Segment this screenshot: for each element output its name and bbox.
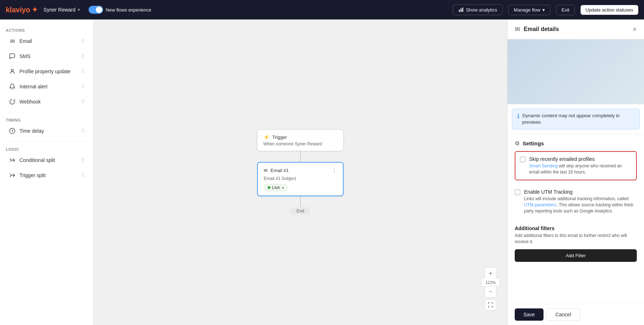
enable-utm-setting: Enable UTM Tracking Links will include a… — [515, 185, 637, 218]
email-node-icon: ✉ — [264, 168, 268, 173]
add-filter-label: Add Filter — [566, 253, 586, 258]
toggle-label: New flows experience — [106, 7, 151, 13]
drag-handle-alert[interactable]: ⠿ — [81, 84, 85, 89]
drag-handle-webhook[interactable]: ⠿ — [81, 99, 85, 105]
additional-filters-section: Additional filters Add additional filter… — [507, 225, 644, 249]
additional-filters-desc: Add additional filters to this email to … — [515, 233, 637, 245]
live-badge[interactable]: Live ▾ — [264, 184, 288, 191]
divider-logic — [6, 141, 88, 141]
settings-section: ⚙ Settings Skip recently emailed profile… — [507, 134, 644, 225]
timing-section-label: Timing — [0, 115, 93, 124]
new-flows-toggle[interactable] — [89, 6, 103, 14]
flow-canvas[interactable]: ⚡ Trigger When someone Syner Reward ✉ Em… — [94, 19, 507, 325]
logo-symbol: ✦ — [32, 5, 38, 14]
flow-name-label: Syner Reward — [44, 7, 76, 13]
live-label: Live — [272, 185, 280, 190]
skip-recently-desc: Smart Sending will skip anyone who recei… — [529, 163, 632, 175]
email-details-panel: ✉ Email details × ℹ Dynamic content may … — [507, 19, 644, 325]
sidebar-item-webhook[interactable]: Webhook ⠿ — [3, 95, 90, 109]
trigger-split-label: Trigger split — [19, 172, 46, 178]
sidebar-item-trigger-split[interactable]: Trigger split ⠿ — [3, 168, 90, 183]
zoom-in-button[interactable]: + — [485, 267, 496, 279]
zoom-out-button[interactable]: − — [485, 286, 496, 298]
top-nav: klaviyo✦ Syner Reward ▾ New flows experi… — [0, 0, 644, 19]
end-label: End — [296, 208, 304, 214]
trigger-desc: When someone Syner Reward — [263, 141, 337, 146]
divider-timing — [6, 112, 88, 112]
drag-handle-sms[interactable]: ⠿ — [81, 53, 85, 59]
sms-icon — [9, 53, 16, 60]
live-chevron-icon: ▾ — [282, 186, 284, 190]
conditional-split-label: Conditional split — [19, 157, 55, 163]
skip-recently-label: Skip recently emailed profiles — [529, 156, 632, 162]
utm-tracking-label: Enable UTM Tracking — [524, 189, 637, 195]
utm-tracking-desc: Links will include additional tracking i… — [524, 196, 637, 214]
trigger-node[interactable]: ⚡ Trigger When someone Syner Reward — [257, 129, 344, 151]
logic-section-label: Logic — [0, 144, 93, 153]
trigger-split-icon — [9, 172, 16, 179]
email-node[interactable]: ✉ Email #1 ⋮ Email #1 Subject Live ▾ — [257, 162, 344, 196]
utm-desc-prefix: Links will include additional tracking i… — [524, 196, 629, 201]
drag-handle-time-delay[interactable]: ⠿ — [81, 128, 85, 134]
zoom-fit-button[interactable] — [485, 299, 496, 311]
klaviyo-logo: klaviyo✦ — [6, 5, 38, 14]
live-dot — [268, 186, 270, 189]
new-flows-toggle-container: New flows experience — [89, 6, 151, 14]
logo-text: klaviyo — [6, 6, 30, 14]
profile-icon — [9, 68, 16, 75]
skip-recently-checkbox[interactable] — [520, 157, 526, 162]
show-analytics-button[interactable]: Show analytics — [453, 4, 503, 15]
email-label: Email — [19, 38, 32, 44]
sidebar-item-profile-property-update[interactable]: Profile property update ⠿ — [3, 64, 90, 79]
save-button[interactable]: Save — [515, 308, 544, 321]
additional-filters-title: Additional filters — [515, 225, 637, 231]
actions-section-label: Actions — [0, 25, 93, 34]
internal-alert-label: Internal alert — [19, 84, 48, 89]
panel-title: Email details — [524, 26, 559, 32]
clock-icon — [9, 127, 16, 135]
profile-property-label: Profile property update — [19, 69, 71, 74]
manage-flow-button[interactable]: Manage flow ▾ — [508, 5, 550, 15]
sidebar-item-sms[interactable]: SMS ⠿ — [3, 49, 90, 63]
conditional-split-icon — [9, 157, 16, 164]
sms-label: SMS — [19, 53, 30, 59]
drag-handle-profile[interactable]: ⠿ — [81, 69, 85, 74]
panel-footer: Save Cancel — [507, 304, 644, 325]
drag-handle-conditional[interactable]: ⠿ — [81, 157, 85, 163]
cancel-label: Cancel — [555, 312, 571, 317]
email-node-title: Email #1 — [270, 168, 289, 173]
email-node-menu-icon[interactable]: ⋮ — [331, 167, 337, 174]
exit-button[interactable]: Exit — [556, 5, 575, 15]
manage-flow-chevron-icon: ▾ — [542, 7, 545, 13]
webhook-icon — [9, 98, 16, 105]
drag-handle-email[interactable]: ⠿ — [81, 38, 85, 44]
update-statuses-label: Update action statuses — [586, 7, 633, 13]
update-action-statuses-button[interactable]: Update action statuses — [581, 5, 638, 15]
trigger-lightning-icon: ⚡ — [263, 134, 269, 140]
skip-recently-emailed-setting: Skip recently emailed profiles Smart Sen… — [515, 151, 637, 180]
save-label: Save — [523, 312, 535, 317]
webhook-label: Webhook — [19, 99, 41, 105]
flow-name[interactable]: Syner Reward ▾ — [44, 7, 80, 13]
dynamic-content-notice: ℹ Dynamic content may not appear complet… — [512, 109, 640, 129]
utm-parameters-link[interactable]: UTM parameters — [524, 202, 556, 207]
sidebar-item-conditional-split[interactable]: Conditional split ⠿ — [3, 153, 90, 167]
drag-handle-trigger[interactable]: ⠿ — [81, 172, 85, 178]
end-node: End — [291, 207, 310, 215]
utm-tracking-checkbox[interactable] — [515, 189, 520, 195]
time-delay-label: Time delay — [19, 128, 44, 134]
add-filter-button[interactable]: Add Filter — [515, 249, 637, 262]
sidebar-item-internal-alert[interactable]: Internal alert ⠿ — [3, 79, 90, 94]
smart-sending-link[interactable]: Smart Sending — [529, 163, 558, 168]
info-icon: ℹ — [517, 113, 519, 120]
flow-nodes: ⚡ Trigger When someone Syner Reward ✉ Em… — [257, 129, 344, 215]
sidebar-item-time-delay[interactable]: Time delay ⠿ — [3, 124, 90, 138]
connector-1 — [300, 151, 301, 162]
svg-point-3 — [11, 69, 13, 71]
sidebar-item-email[interactable]: ✉ Email ⠿ — [3, 34, 90, 48]
flow-name-chevron-icon: ▾ — [78, 7, 80, 12]
cancel-button[interactable]: Cancel — [546, 308, 580, 321]
email-preview — [507, 39, 644, 104]
fit-icon — [488, 302, 493, 308]
panel-close-button[interactable]: × — [632, 26, 637, 33]
